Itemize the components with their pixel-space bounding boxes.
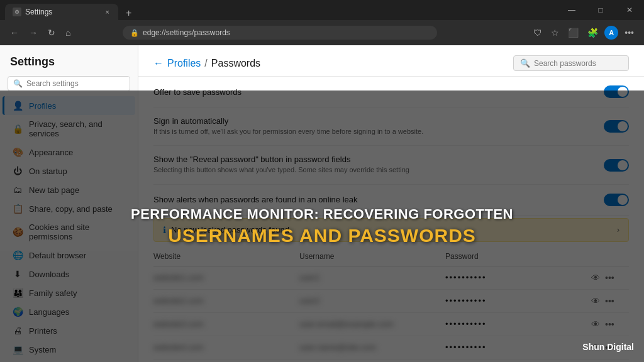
search-passwords-icon: 🔍 <box>520 58 530 68</box>
tab-close-btn[interactable]: × <box>104 7 111 17</box>
browser-actions: 🛡 ☆ ⬛ 🧩 A ••• <box>531 25 636 40</box>
overlay-brand: Shun Digital <box>582 342 634 352</box>
breadcrumb: ← Profiles / Passwords <box>153 58 260 69</box>
browser-window: ⚙ Settings × + — □ ✕ ← → ↻ ⌂ 🔒 edge://se… <box>0 0 644 362</box>
search-settings-box[interactable]: 🔍 <box>8 76 130 91</box>
url-box[interactable]: 🔒 edge://settings/passwords <box>123 26 437 40</box>
breadcrumb-back-icon[interactable]: ← <box>153 58 164 69</box>
overlay-content: PERFORMANCE MONITOR: RECOVERING FORGOTTE… <box>0 90 644 362</box>
search-icon: 🔍 <box>13 79 23 88</box>
tab-favicon: ⚙ <box>13 8 21 16</box>
content-header: ← Profiles / Passwords 🔍 <box>138 45 644 77</box>
collections-icon[interactable]: ⬛ <box>565 25 581 40</box>
maximize-button[interactable]: □ <box>586 1 615 19</box>
minimize-button[interactable]: — <box>557 1 586 19</box>
overlay: PERFORMANCE MONITOR: RECOVERING FORGOTTE… <box>0 90 644 362</box>
tab-bar: ⚙ Settings × + — □ ✕ <box>0 0 644 20</box>
refresh-button[interactable]: ↻ <box>45 25 58 40</box>
search-settings-input[interactable] <box>26 79 125 88</box>
forward-button[interactable]: → <box>26 25 40 40</box>
breadcrumb-current-page: Passwords <box>211 58 260 69</box>
breadcrumb-separator: / <box>204 58 207 69</box>
address-bar: ← → ↻ ⌂ 🔒 edge://settings/passwords 🛡 ☆ … <box>0 20 644 45</box>
new-tab-button[interactable]: + <box>122 6 135 20</box>
tab-label: Settings <box>25 8 101 16</box>
home-button[interactable]: ⌂ <box>63 25 73 40</box>
main-content: Settings 🔍 👤 Profiles 🔒 Privacy, search,… <box>0 45 644 362</box>
settings-tab[interactable]: ⚙ Settings × <box>5 4 118 20</box>
sidebar-title: Settings <box>0 50 138 76</box>
search-passwords-input[interactable] <box>534 59 622 68</box>
more-options-icon[interactable]: ••• <box>622 25 636 40</box>
url-text: edge://settings/passwords <box>143 28 430 37</box>
shield-icon[interactable]: 🛡 <box>531 25 545 40</box>
extensions-icon[interactable]: 🧩 <box>585 25 601 40</box>
profile-avatar[interactable]: A <box>604 26 618 40</box>
close-button[interactable]: ✕ <box>615 1 644 19</box>
overlay-title: PERFORMANCE MONITOR: RECOVERING FORGOTTE… <box>131 206 513 222</box>
overlay-subtitle: USERNAMES AND PASSWORDS <box>168 225 476 246</box>
search-passwords-box[interactable]: 🔍 <box>513 55 629 71</box>
breadcrumb-profiles-link[interactable]: Profiles <box>167 58 201 69</box>
favorites-icon[interactable]: ☆ <box>548 25 562 40</box>
back-button[interactable]: ← <box>8 25 21 40</box>
lock-icon: 🔒 <box>130 29 139 37</box>
